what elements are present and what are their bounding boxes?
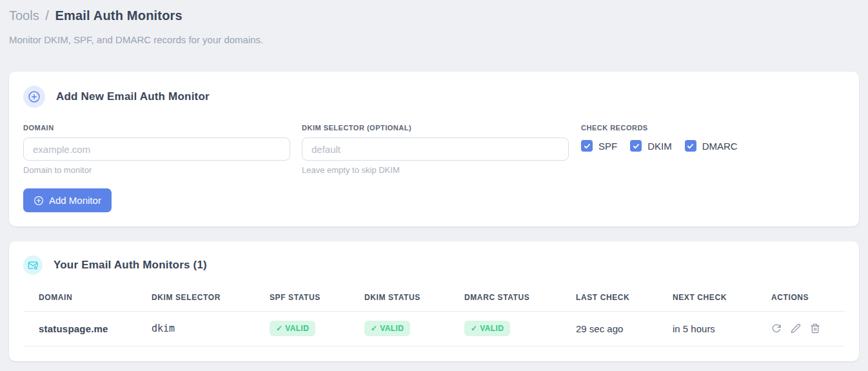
col-header-dmarc-status: DMARC STATUS [449,281,560,312]
envelope-check-icon [23,256,43,275]
breadcrumb-separator: / [45,8,49,23]
monitor-last-check: 29 sec ago [560,312,657,346]
add-monitor-form: DOMAIN Domain to monitor DKIM SELECTOR (… [23,124,845,175]
monitor-next-check: in 5 hours [657,312,756,346]
domain-input[interactable] [23,137,290,161]
monitor-domain: statuspage.me [23,312,136,346]
page-subtitle: Monitor DKIM, SPF, and DMARC records for… [9,34,859,45]
check-records-label: CHECK RECORDS [581,124,751,132]
checkbox-checked-icon [685,140,696,152]
monitors-table: DOMAIN DKIM SELECTOR SPF STATUS DKIM STA… [23,281,845,346]
plus-circle-icon [23,86,45,108]
spf-status-badge: ✓ VALID [270,321,315,336]
dkim-selector-field-helper: Leave empty to skip DKIM [302,165,569,175]
table-row: statuspage.me dkim ✓ VALID ✓ VALID ✓ VAL… [23,312,845,346]
col-header-spf-status: SPF STATUS [254,281,349,312]
breadcrumb: Tools / Email Auth Monitors [9,8,859,23]
page: Tools / Email Auth Monitors Monitor DKIM… [0,0,868,361]
check-records-options: SPF DKIM DMARC [581,140,751,152]
monitor-dkim-selector: dkim [136,312,254,346]
col-header-domain: DOMAIN [23,281,136,312]
col-header-actions: ACTIONS [756,281,845,312]
add-monitor-card-header: Add New Email Auth Monitor [23,86,845,108]
add-monitor-button-label: Add Monitor [49,195,101,206]
refresh-icon[interactable] [771,323,782,334]
dmarc-status-badge: ✓ VALID [464,321,510,336]
add-monitor-button[interactable]: Add Monitor [23,188,112,212]
domain-field-group: DOMAIN Domain to monitor [23,124,290,175]
col-header-dkim-status: DKIM STATUS [349,281,449,312]
table-header-row: DOMAIN DKIM SELECTOR SPF STATUS DKIM STA… [23,281,845,312]
delete-icon[interactable] [810,323,820,334]
checkbox-spf-label: SPF [598,141,617,152]
add-monitor-card-title: Add New Email Auth Monitor [56,90,210,103]
page-title: Email Auth Monitors [55,8,182,23]
checkbox-dkim-label: DKIM [647,141,672,152]
monitors-card-title: Your Email Auth Monitors (1) [54,259,207,272]
checkbox-checked-icon [581,140,593,152]
col-header-next-check: NEXT CHECK [657,281,756,312]
monitors-card: Your Email Auth Monitors (1) DOMAIN DKIM… [9,241,859,361]
monitors-card-header: Your Email Auth Monitors (1) [23,256,845,275]
breadcrumb-tools-link[interactable]: Tools [9,8,39,23]
col-header-last-check: LAST CHECK [560,281,657,312]
checkbox-dmarc[interactable]: DMARC [685,140,738,152]
edit-icon[interactable] [791,323,801,334]
checkbox-dkim[interactable]: DKIM [630,140,672,152]
checkbox-checked-icon [630,140,642,152]
dkim-status-badge: ✓ VALID [364,321,410,336]
row-actions [771,323,840,334]
dkim-selector-input[interactable] [302,137,569,161]
checkbox-spf[interactable]: SPF [581,140,617,152]
domain-field-label: DOMAIN [23,124,290,132]
dkim-selector-field-group: DKIM SELECTOR (OPTIONAL) Leave empty to … [302,124,569,175]
add-monitor-card: Add New Email Auth Monitor DOMAIN Domain… [9,72,859,226]
col-header-dkim-selector: DKIM SELECTOR [136,281,254,312]
dkim-selector-field-label: DKIM SELECTOR (OPTIONAL) [302,124,569,132]
check-records-group: CHECK RECORDS SPF DKIM [581,124,751,175]
checkbox-dmarc-label: DMARC [702,141,738,152]
plus-circle-icon [34,196,44,206]
domain-field-helper: Domain to monitor [23,165,290,175]
